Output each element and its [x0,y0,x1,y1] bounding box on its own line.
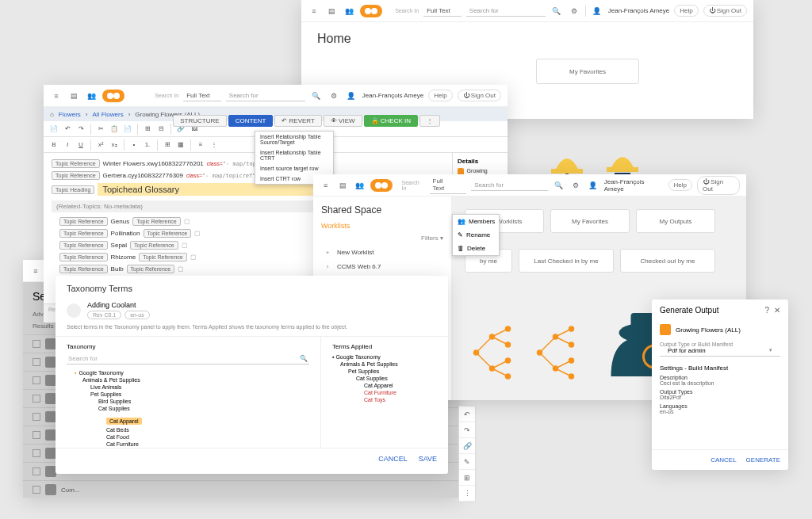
tab-more[interactable]: ⋮ [419,115,440,127]
taxonomy-node[interactable]: Cat Beds [106,426,309,433]
search-icon[interactable]: 🔍 [550,5,563,17]
cancel-button[interactable]: CANCEL [710,456,736,464]
search-input[interactable]: Search for [466,6,546,17]
menu-rename[interactable]: ✎Rename [453,228,499,242]
settings-icon[interactable]: ⚙ [568,5,580,17]
menu-delete[interactable]: 🗑Delete [453,242,499,255]
tb-icon[interactable]: ⋮ [209,139,220,151]
menu-members[interactable]: 👥Members [453,215,499,228]
tb-icon[interactable]: x² [95,139,106,151]
checkbox[interactable] [33,467,40,475]
checkbox[interactable] [33,413,40,421]
cancel-button[interactable]: CANCEL [378,455,408,463]
settings-icon[interactable]: ⚙ [570,179,582,192]
tb-icon[interactable]: ⊟ [155,124,167,135]
tb-icon[interactable]: ⊞ [142,124,153,135]
tb-icon[interactable]: • [128,139,140,151]
applied-term[interactable]: Pet Supplies [348,368,437,375]
mt-btn[interactable]: ↷ [459,422,475,438]
tb-icon[interactable]: ↶ [62,124,73,135]
worklist-item[interactable]: ＋New Worklist [321,245,443,260]
users-icon[interactable]: 👥 [354,179,366,192]
taxonomy-node[interactable]: Bird Supplies [98,398,309,405]
tb-icon[interactable]: B [48,139,59,151]
search-type-select[interactable]: Full Text [423,6,462,17]
taxonomy-node[interactable]: Cat Furniture [106,441,309,448]
tab-view[interactable]: 👁 VIEW [324,115,362,127]
tile[interactable]: Checked out by me [620,249,715,273]
search-icon[interactable]: 🔍 [553,179,565,192]
search-result-row[interactable]: Com... [23,480,459,498]
insert-menu-item[interactable]: Insert source target row [255,163,333,174]
taxonomy-node[interactable]: Live Animals [90,384,309,391]
menu-icon[interactable]: ≡ [308,5,320,17]
menu-icon[interactable]: ≡ [320,179,331,192]
tile[interactable]: My Outputs [636,209,715,233]
taxonomy-search-input[interactable]: Search for [67,353,309,364]
search-input[interactable]: Search for [471,180,548,191]
tab-content[interactable]: CONTENT [228,115,274,127]
doc-icon[interactable]: ▤ [336,179,348,192]
tile-favorites[interactable]: My Favorites [536,59,639,84]
mt-btn[interactable]: ⊞ [459,470,475,486]
tab-checkin[interactable]: 🔒 CHECK IN [364,115,418,127]
tb-icon[interactable]: ▦ [175,139,186,151]
tb-icon[interactable]: ⊞ [162,139,173,151]
tb-icon[interactable]: 1. [142,139,153,151]
insert-menu-item[interactable]: Insert Relationship Table CTRT [255,147,333,163]
tb-icon[interactable]: x₂ [109,139,120,151]
checkbox[interactable] [33,431,40,439]
tb-icon[interactable]: I [62,139,73,151]
users-icon[interactable]: 👥 [343,5,355,17]
taxonomy-node[interactable]: Cat Food [106,433,309,441]
tb-icon[interactable]: U [75,139,86,151]
taxonomy-node[interactable]: Animals & Pet Supplies [82,376,309,384]
users-icon[interactable]: 👥 [85,90,98,102]
signout-button[interactable]: ⏻ Sign Out [697,176,740,195]
tb-icon[interactable]: 📄 [48,124,59,135]
worklist-item[interactable]: ›CCMS Web 6.7 [321,260,443,273]
checkbox[interactable] [33,340,40,348]
signout-button[interactable]: ⏻ Sign Out [703,5,747,17]
menu-icon[interactable]: ≡ [29,265,42,277]
taxonomy-node[interactable]: Cat Supplies [98,405,309,412]
tb-icon[interactable]: 📋 [109,124,120,135]
tile[interactable]: My Favorites [550,209,630,233]
checkbox[interactable] [33,395,40,403]
checkbox[interactable] [33,376,40,384]
taxonomy-node[interactable]: Pet Supplies [90,391,309,398]
doc-icon[interactable]: ▤ [325,5,338,17]
help-icon[interactable]: ? [764,306,769,315]
generate-button[interactable]: GENERATE [746,456,780,464]
applied-term[interactable]: Cat Apparel [364,382,437,389]
close-icon[interactable]: ✕ [774,306,780,315]
settings-icon[interactable]: ⚙ [327,90,340,102]
tb-icon[interactable]: 📄 [122,124,133,135]
mt-btn[interactable]: ↶ [459,406,475,422]
tab-revert[interactable]: ↶ REVERT [274,115,322,127]
applied-term[interactable]: Cat Furniture [364,389,437,396]
applied-term[interactable]: Animals & Pet Supplies [340,361,437,368]
checkbox[interactable] [33,486,40,494]
doc-line[interactable]: Topic ReferenceWinter Flowers.xwy1608322… [52,158,444,170]
menu-icon[interactable]: ≡ [50,90,63,102]
save-button[interactable]: SAVE [419,455,437,463]
help-button[interactable]: Help [428,90,452,101]
checkbox[interactable] [33,358,40,366]
filter-link[interactable]: Filters ▾ [321,235,443,242]
mt-btn[interactable]: ⋮ [459,486,475,502]
tb-icon[interactable]: ≡ [195,139,206,151]
applied-term[interactable]: ▪ Google Taxonomy [332,353,437,361]
tab-structure[interactable]: STRUCTURE [173,115,226,127]
signout-button[interactable]: ⏻ Sign Out [458,90,501,101]
doc-icon[interactable]: ▤ [67,90,80,102]
help-button[interactable]: Help [674,5,698,17]
output-type-select[interactable]: Pdf for admin [660,347,780,357]
mt-btn[interactable]: ✎ [459,454,475,470]
tile[interactable]: Last Checked in by me [519,249,614,273]
search-input[interactable]: Search for [226,90,305,101]
checkbox[interactable] [33,449,40,457]
tb-icon[interactable]: ✂ [95,124,106,135]
applied-term[interactable]: Cat Supplies [356,375,437,382]
taxonomy-node[interactable]: ▪Google Taxonomy [75,369,309,376]
